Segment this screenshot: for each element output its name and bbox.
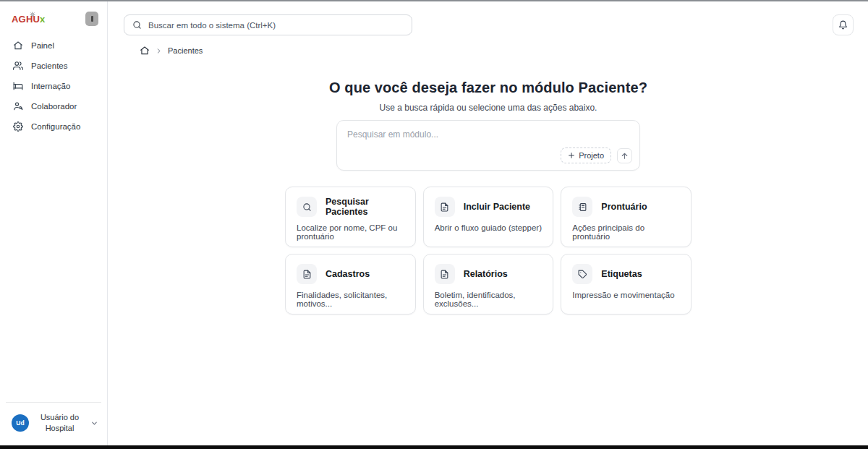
search-icon xyxy=(297,197,317,217)
sidebar-item-label: Internação xyxy=(31,82,70,90)
hero: O que você deseja fazer no módulo Pacien… xyxy=(109,80,868,113)
sidebar: AGHUx Painel Pacientes Internação xyxy=(0,1,108,445)
sidebar-spacer xyxy=(0,139,107,402)
topbar: Pacientes xyxy=(109,1,868,56)
module-search-box[interactable]: Projeto xyxy=(336,120,640,171)
breadcrumb: Pacientes xyxy=(140,46,854,56)
card-description: Ações principais do prontuário xyxy=(572,223,680,241)
bell-icon xyxy=(838,20,848,30)
avatar: Ud xyxy=(12,414,29,432)
user-key-icon xyxy=(13,101,23,111)
chevron-down-icon xyxy=(90,419,98,427)
users-icon xyxy=(13,61,23,71)
card-cadastros[interactable]: Cadastros Finalidades, solicitantes, mot… xyxy=(285,254,416,315)
card-title: Relatórios xyxy=(464,269,508,279)
card-description: Abrir o fluxo guiado (stepper) xyxy=(435,223,542,232)
notebook-icon xyxy=(572,197,592,217)
card-incluir-paciente[interactable]: Incluir Paciente Abrir o fluxo guiado (s… xyxy=(423,187,554,247)
main-content: Pacientes O que você deseja fazer no mód… xyxy=(109,1,868,445)
sidebar-nav: Painel Pacientes Internação Colaborador … xyxy=(0,35,107,139)
sidebar-item-configuracao[interactable]: Configuração xyxy=(0,117,107,136)
card-description: Localize por nome, CPF ou prontuário xyxy=(297,223,404,241)
sidebar-item-label: Configuração xyxy=(31,122,80,131)
plus-icon xyxy=(568,152,575,159)
search-icon xyxy=(132,20,142,30)
home-icon xyxy=(13,40,23,51)
card-title: Cadastros xyxy=(326,269,370,279)
card-pesquisar-pacientes[interactable]: Pesquisar Pacientes Localize por nome, C… xyxy=(285,187,416,247)
sidebar-item-painel[interactable]: Painel xyxy=(0,36,107,55)
card-title: Pesquisar Pacientes xyxy=(326,197,404,217)
breadcrumb-home-icon[interactable] xyxy=(140,46,150,56)
card-description: Impressão e movimentação xyxy=(572,291,680,299)
file-icon xyxy=(435,264,455,284)
user-menu[interactable]: Ud Usuário do Hospital xyxy=(6,402,101,445)
logo-text-primary: AGHU xyxy=(12,14,40,25)
chevron-right-icon xyxy=(156,48,162,54)
page-subtitle: Use a busca rápida ou selecione uma das … xyxy=(109,103,868,113)
logo-gear-icon xyxy=(30,9,35,14)
bed-icon xyxy=(13,81,23,91)
submit-search-button[interactable] xyxy=(617,148,632,163)
notifications-button[interactable] xyxy=(833,14,854,35)
card-description: Boletim, identificados, exclusões... xyxy=(435,291,542,308)
app-logo: AGHUx xyxy=(12,14,46,25)
module-search-actions: Projeto xyxy=(561,147,632,163)
card-title: Incluir Paciente xyxy=(464,202,530,212)
module-search-input[interactable] xyxy=(337,121,639,151)
global-search-input[interactable] xyxy=(148,21,404,30)
card-title: Etiquetas xyxy=(601,269,642,279)
gear-icon xyxy=(13,121,23,132)
sidebar-item-label: Painel xyxy=(31,41,54,50)
user-name: Usuário do Hospital xyxy=(35,412,85,434)
sidebar-item-label: Pacientes xyxy=(31,61,68,70)
file-icon xyxy=(435,197,455,217)
tag-icon xyxy=(572,264,592,284)
action-cards: Pesquisar Pacientes Localize por nome, C… xyxy=(285,187,692,315)
card-description: Finalidades, solicitantes, motivos... xyxy=(297,291,404,308)
add-project-label: Projeto xyxy=(579,151,604,160)
sidebar-collapse-button[interactable] xyxy=(85,12,98,26)
breadcrumb-item-pacientes[interactable]: Pacientes xyxy=(168,46,203,55)
sidebar-header: AGHUx xyxy=(0,1,107,35)
logo-text-suffix: x xyxy=(40,14,45,25)
card-title: Prontuário xyxy=(601,202,647,212)
collapse-icon xyxy=(91,16,93,22)
window-top-edge xyxy=(0,0,868,1)
sidebar-item-pacientes[interactable]: Pacientes xyxy=(0,56,107,75)
global-search[interactable] xyxy=(124,14,412,35)
card-etiquetas[interactable]: Etiquetas Impressão e movimentação xyxy=(561,254,692,315)
add-project-button[interactable]: Projeto xyxy=(561,147,611,163)
sidebar-item-label: Colaborador xyxy=(31,102,77,111)
card-prontuario[interactable]: Prontuário Ações principais do prontuári… xyxy=(561,187,692,247)
sidebar-item-colaborador[interactable]: Colaborador xyxy=(0,97,107,116)
file-icon xyxy=(297,264,317,284)
sidebar-item-internacao[interactable]: Internação xyxy=(0,77,107,95)
arrow-up-icon xyxy=(621,152,629,160)
card-relatorios[interactable]: Relatórios Boletim, identificados, exclu… xyxy=(423,254,554,315)
page-title: O que você deseja fazer no módulo Pacien… xyxy=(109,80,868,96)
window-bottom-edge xyxy=(0,445,868,449)
